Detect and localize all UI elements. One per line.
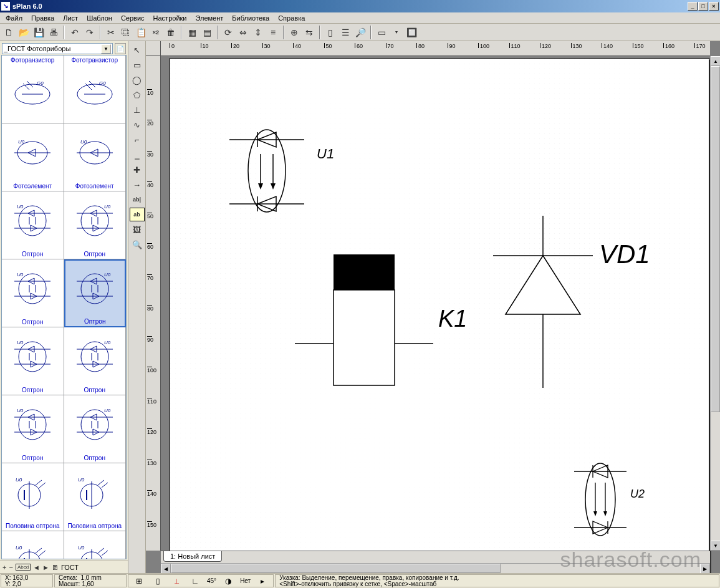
menu-file[interactable]: Файл (1, 13, 27, 23)
arrow-tool-icon[interactable]: → (130, 178, 145, 191)
highlight-icon[interactable]: ▯ (323, 25, 338, 40)
page-icon[interactable]: ▭ (374, 25, 389, 40)
renumber-icon[interactable]: ⇆ (302, 25, 317, 40)
label-u1[interactable]: U1 (317, 146, 334, 162)
library-cell[interactable]: U0Половина оптрона (64, 463, 127, 531)
align-icon[interactable]: ≡ (266, 25, 281, 40)
scroll-down-icon[interactable]: ▼ (711, 541, 720, 551)
horizontal-scrollbar[interactable]: ◀ ▶ (161, 563, 710, 573)
group-icon[interactable]: ▦ (185, 25, 199, 40)
component-vd1[interactable] (481, 216, 605, 390)
label-vd1[interactable]: VD1 (599, 239, 650, 269)
zoom-tool-icon[interactable]: 🔍 (130, 238, 145, 251)
lib-left-icon[interactable]: ◄ (33, 564, 40, 571)
undo-icon[interactable]: ↶ (67, 25, 82, 40)
label-k1[interactable]: K1 (438, 306, 467, 332)
shape-tool-icon[interactable]: ⬠ (130, 88, 145, 102)
library-cell[interactable]: U0Оптрон (2, 327, 64, 395)
library-cell[interactable]: U0Фотоэлемент (2, 123, 64, 191)
scroll-up-icon[interactable]: ▲ (711, 56, 720, 66)
zoom-window-icon[interactable]: 🔲 (404, 25, 419, 40)
minimize-button[interactable]: _ (688, 2, 698, 11)
lib-minus-icon[interactable]: − (9, 564, 12, 571)
angle-icon[interactable]: ∟ (188, 577, 202, 586)
redo-icon[interactable]: ↷ (82, 25, 97, 40)
new-file-icon[interactable]: 🗋 (1, 25, 16, 40)
textbox-tool-icon[interactable]: ab (130, 208, 145, 221)
menu-element[interactable]: Элемент (191, 13, 228, 23)
polyline-tool-icon[interactable]: ⌐ (130, 133, 145, 147)
trash-icon[interactable]: 🗑 (163, 25, 178, 40)
library-cell[interactable]: U0Оптрон (2, 191, 64, 259)
lib-group-icon[interactable]: 🖹 (52, 564, 59, 571)
cut-icon[interactable]: ✂ (103, 25, 118, 40)
list-icon[interactable]: ☰ (338, 25, 353, 40)
search-icon[interactable]: 🔎 (353, 25, 368, 40)
open-file-icon[interactable]: 📂 (16, 25, 31, 40)
library-select[interactable]: _ГОСТ Фотоприборы (2, 43, 113, 54)
canvas-viewport[interactable]: U1 K1 VD1 (161, 56, 710, 551)
arrow-dd-icon[interactable]: ▾ (389, 25, 404, 40)
sheet-tab-1[interactable]: 1: Новый лист (163, 551, 222, 562)
paste-icon[interactable]: 📋 (133, 25, 148, 40)
snap-icon[interactable]: ◑ (221, 577, 235, 586)
mirror-v-icon[interactable]: ⇕ (251, 25, 266, 40)
bezier-tool-icon[interactable]: ∿ (130, 118, 145, 132)
library-cell[interactable]: U0Оптрон (2, 259, 64, 327)
library-cell[interactable]: U0Половина оптрона (2, 531, 64, 559)
duplicate-icon[interactable]: ×2 (148, 25, 163, 40)
menu-settings[interactable]: Настройки (149, 13, 191, 23)
library-cell[interactable]: U0Оптрон (2, 395, 64, 463)
maximize-button[interactable]: □ (698, 2, 708, 11)
arrow-icon[interactable]: ▸ (256, 577, 269, 586)
tshape-tool-icon[interactable]: ⊥ (130, 103, 145, 117)
library-cell[interactable]: U0Фотоэлемент (64, 123, 127, 191)
library-cell[interactable]: U0Половина оптрона (2, 463, 64, 531)
print-icon[interactable]: 🖶 (46, 25, 61, 40)
text-tool-icon[interactable]: ab| (130, 193, 145, 206)
lib-plus-icon[interactable]: + (2, 564, 6, 571)
canvas-page[interactable]: U1 K1 VD1 (170, 58, 709, 573)
library-cell[interactable]: U0Оптрон (64, 395, 127, 463)
menu-service[interactable]: Сервис (117, 13, 149, 23)
wire-tool-icon[interactable]: ⎯ (130, 148, 145, 161)
menu-edit[interactable]: Правка (27, 13, 59, 23)
library-cell[interactable]: U0Половина оптрона (64, 531, 127, 559)
junction-tool-icon[interactable]: ✚ (130, 163, 145, 176)
library-cell[interactable]: U0Оптрон (64, 327, 127, 395)
component-u1[interactable] (223, 115, 335, 227)
menu-template[interactable]: Шаблон (82, 13, 117, 23)
rotate-icon[interactable]: ⟳ (221, 25, 236, 40)
mirror-h-icon[interactable]: ⇔ (236, 25, 251, 40)
lib-rename-icon[interactable]: Abcd (16, 564, 31, 571)
library-cell[interactable]: U0Оптрон (64, 191, 127, 259)
label-u2[interactable]: U2 (630, 488, 645, 501)
pointer-tool-icon[interactable]: ↖ (130, 43, 145, 57)
circle-tool-icon[interactable]: ◯ (130, 73, 145, 87)
close-button[interactable]: × (709, 2, 719, 11)
image-tool-icon[interactable]: 🖼 (130, 223, 145, 236)
component-u2[interactable] (569, 453, 644, 552)
hscroll-thumb[interactable] (171, 564, 501, 573)
ruler-icon[interactable]: ⟂ (170, 577, 183, 586)
vertical-scrollbar[interactable]: ▲ ▼ (710, 56, 720, 551)
library-cell[interactable]: ФоторанзисторG0 (2, 55, 64, 123)
rect-tool-icon[interactable]: ▭ (130, 58, 145, 72)
menu-library[interactable]: Библиотека (228, 13, 274, 23)
ungroup-icon[interactable]: ▤ (199, 25, 214, 40)
library-cell[interactable]: U0Оптрон (64, 259, 127, 327)
vscroll-thumb[interactable] (711, 66, 720, 412)
connector-icon[interactable]: ⊕ (287, 25, 302, 40)
copy-icon[interactable]: ⿻ (118, 25, 133, 40)
save-file-icon[interactable]: 💾 (31, 25, 46, 40)
library-add-button[interactable]: 📄 (115, 43, 126, 54)
scroll-left-icon[interactable]: ◀ (161, 564, 171, 573)
library-cell[interactable]: ФототранзисторG0 (64, 55, 127, 123)
component-k1[interactable] (295, 254, 457, 410)
rect-icon[interactable]: ▯ (151, 577, 165, 586)
lib-right-icon[interactable]: ► (42, 564, 49, 571)
scroll-right-icon[interactable]: ▶ (700, 564, 710, 573)
menu-help[interactable]: Справка (274, 13, 309, 23)
grid-icon[interactable]: ⊞ (132, 577, 146, 586)
menu-sheet[interactable]: Лист (59, 13, 82, 23)
